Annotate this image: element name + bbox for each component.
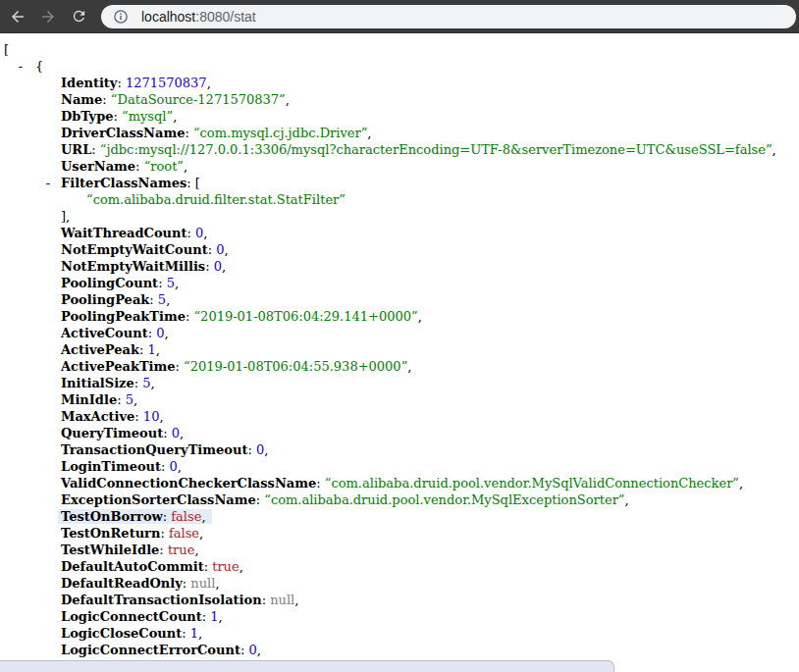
json-punct: , xyxy=(159,409,163,424)
json-boolean: true xyxy=(168,543,195,557)
json-punct: : xyxy=(160,526,169,541)
json-string: “2019-01-08T06:04:29.141+0000” xyxy=(193,309,417,324)
json-key: MaxActive xyxy=(61,409,134,424)
json-punct: , xyxy=(175,276,179,290)
json-line: PoolingCount: 5, xyxy=(0,275,799,291)
json-punct: , xyxy=(201,509,205,524)
json-punct: , xyxy=(407,359,411,374)
json-punct: : xyxy=(149,292,158,307)
json-string: “DataSource-1271570837” xyxy=(111,92,286,107)
url-host: localhost xyxy=(141,9,195,25)
json-number: 0 xyxy=(172,426,180,440)
json-key: LogicConnectErrorCount xyxy=(61,643,240,657)
json-key: URL xyxy=(61,142,91,157)
json-punct: : xyxy=(176,359,185,374)
json-punct: , xyxy=(219,609,223,624)
json-punct: [ xyxy=(4,42,9,57)
json-punct: : xyxy=(182,626,190,641)
json-line: NotEmptyWaitCount: 0, xyxy=(0,241,799,258)
collapse-toggle[interactable]: - xyxy=(44,175,52,191)
json-line: TestOnBorrow: false, xyxy=(0,508,799,525)
json-punct: , xyxy=(194,543,198,557)
json-line: ActiveCount: 0, xyxy=(0,325,799,341)
json-boolean: false xyxy=(169,526,199,541)
url-path: :8080/stat xyxy=(195,9,256,25)
url-bar[interactable]: localhost:8080/stat xyxy=(101,5,796,28)
json-punct: , xyxy=(151,376,155,390)
json-number: 5 xyxy=(142,376,150,390)
json-punct: , xyxy=(240,559,243,574)
json-punct: , xyxy=(173,109,177,124)
json-number: 1 xyxy=(210,609,218,624)
json-punct: , xyxy=(286,92,290,107)
json-punct: , xyxy=(199,526,203,541)
json-punct: , xyxy=(222,259,226,274)
json-punct: : xyxy=(134,376,143,390)
json-punct: , xyxy=(257,643,261,657)
json-punct: , xyxy=(184,159,187,174)
forward-arrow-icon xyxy=(39,8,57,26)
json-key: LoginTimeout xyxy=(61,459,161,474)
json-line: TestOnReturn: false, xyxy=(0,525,799,542)
json-punct: , xyxy=(178,459,182,474)
json-punct: : xyxy=(117,392,126,407)
json-line: ActivePeak: 1, xyxy=(0,341,799,358)
json-punct: : xyxy=(204,559,213,574)
json-key: LogicConnectCount xyxy=(61,609,202,624)
json-line: QueryTimeout: 0, xyxy=(0,425,799,441)
json-key: DefaultAutoCommit xyxy=(61,559,204,574)
json-key: PoolingCount xyxy=(61,276,158,290)
page-info-icon[interactable] xyxy=(113,9,129,25)
json-key: NotEmptyWaitCount xyxy=(61,242,208,257)
json-punct: : xyxy=(91,142,100,157)
json-punct: , xyxy=(165,326,169,340)
collapse-toggle[interactable]: - xyxy=(17,58,25,75)
json-key: Name xyxy=(61,92,102,107)
json-line: [ xyxy=(0,41,799,58)
json-line: ExceptionSorterClassName: “com.alibaba.d… xyxy=(0,491,799,508)
json-punct: : xyxy=(187,226,196,240)
json-line: ActivePeakTime: “2019-01-08T06:04:55.938… xyxy=(0,358,799,375)
json-punct: : xyxy=(256,492,265,507)
json-viewer: [-{Identity: 1271570837,Name: “DataSourc… xyxy=(0,41,799,672)
json-key: ActiveCount xyxy=(61,326,148,340)
json-line: “com.alibaba.druid.filter.stat.StatFilte… xyxy=(0,191,799,208)
json-punct: : xyxy=(159,543,168,557)
json-line: TransactionQueryTimeout: 0, xyxy=(0,441,799,458)
json-key: NotEmptyWaitMillis xyxy=(61,259,205,274)
json-line: NotEmptyWaitMillis: 0, xyxy=(0,258,799,275)
json-null: null xyxy=(270,593,294,607)
json-number: 0 xyxy=(156,326,164,340)
page-content: [-{Identity: 1271570837,Name: “DataSourc… xyxy=(0,33,799,672)
json-punct: , xyxy=(294,593,298,607)
json-boolean: true xyxy=(212,559,240,574)
json-number: 5 xyxy=(158,292,166,307)
json-punct: : xyxy=(158,276,167,290)
json-punct: : xyxy=(148,326,157,340)
json-punct: , xyxy=(133,392,137,407)
json-punct: : xyxy=(186,176,195,190)
json-line: -FilterClassNames: [ xyxy=(0,175,799,191)
reload-button[interactable] xyxy=(66,4,91,29)
json-punct: , xyxy=(166,292,170,307)
json-line: LogicConnectErrorCount: 0, xyxy=(0,642,799,658)
json-number: 1 xyxy=(147,342,155,357)
json-key: WaitThreadCount xyxy=(61,226,187,240)
json-punct: , xyxy=(203,226,207,240)
json-key: MinIdle xyxy=(61,392,117,407)
json-punct: { xyxy=(35,59,43,74)
json-key: TransactionQueryTimeout xyxy=(61,442,247,457)
json-line: Identity: 1271570837, xyxy=(0,75,799,91)
json-line: DefaultReadOnly: null, xyxy=(0,575,799,592)
back-button[interactable] xyxy=(5,4,30,29)
forward-button[interactable] xyxy=(35,4,61,29)
json-line: LoginTimeout: 0, xyxy=(0,458,799,475)
json-number: 10 xyxy=(143,409,160,424)
json-number: 5 xyxy=(126,392,133,407)
json-punct: , xyxy=(215,576,219,591)
json-punct: : xyxy=(134,409,143,424)
json-punct: , xyxy=(156,342,160,357)
json-key: Identity xyxy=(61,76,117,90)
json-key: ActivePeak xyxy=(61,342,139,357)
json-key: TestWhileIdle xyxy=(61,543,159,557)
